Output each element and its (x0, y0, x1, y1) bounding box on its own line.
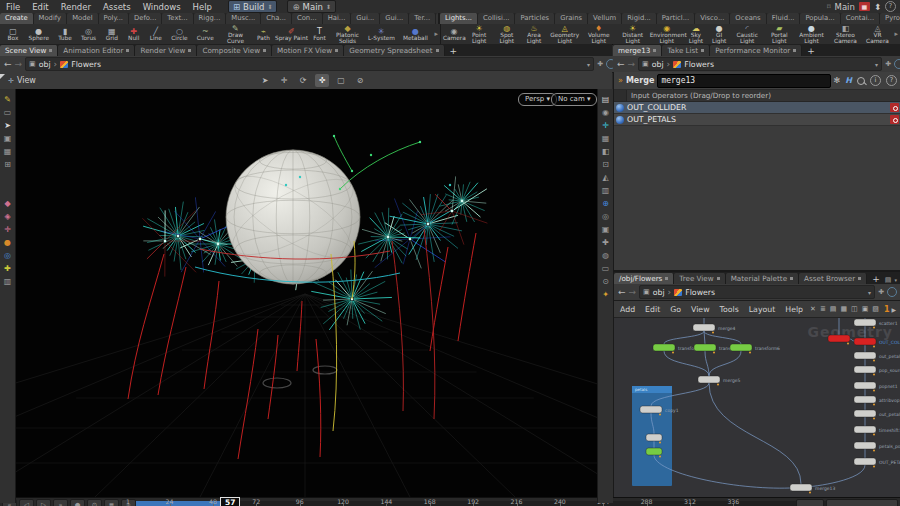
shelf-tool-vr-camera[interactable]: ◬VR Camera (862, 24, 892, 44)
tab-composite-view[interactable]: Composite View (197, 45, 272, 56)
shelf-tool-sky-light[interactable]: ☁Sky Light (684, 24, 708, 44)
path-root[interactable]: obj (653, 288, 665, 297)
shelf-tab-pyro-fx[interactable]: Pyro FX (880, 13, 900, 24)
shelf-tab-create[interactable]: Create (0, 13, 34, 24)
snap-icon[interactable]: ⊞ (4, 160, 11, 169)
circle-view-icon[interactable]: ⊙ (602, 277, 609, 286)
tab-tree-view[interactable]: Tree View (674, 273, 725, 284)
path-root[interactable]: obj (652, 60, 664, 69)
tab-geometry-spreadsheet[interactable]: Geometry Spreadsheet (344, 45, 444, 56)
shelf-tool-font[interactable]: TFont (308, 27, 330, 42)
shelf-tab-particles[interactable]: Particles (515, 13, 555, 24)
shelf-tab-cha[interactable]: Cha... (261, 13, 292, 24)
net-toolbar-icon-2[interactable]: ▤ (829, 305, 838, 313)
scene-selector[interactable]: ⊕ Main ⬍ (287, 0, 335, 13)
link-circle-icon[interactable] (887, 287, 897, 297)
shelf-tab-oceans[interactable]: Oceans (730, 13, 766, 24)
back-arrow-icon[interactable]: ← (4, 59, 12, 69)
shelf-tab-model[interactable]: Model (67, 13, 98, 24)
no-op-tool-icon[interactable]: ⊘ (353, 74, 367, 87)
orange-sphere-icon[interactable]: ● (4, 238, 11, 247)
tab-close-icon[interactable] (701, 49, 704, 52)
shelf-tool-camera[interactable]: ◉Camera (443, 27, 465, 42)
new-pane-tab-button[interactable]: + (802, 45, 820, 56)
select-tool-icon[interactable]: ➤ (258, 74, 272, 87)
shelf-tool-gi-light[interactable]: ●GI Light (708, 24, 730, 44)
rows-icon[interactable]: ▥ (602, 186, 610, 195)
view-mode-icon[interactable]: ▤ (602, 95, 610, 104)
desktop-updown-icon[interactable]: ⬍ (267, 4, 272, 10)
shelf-tab-vellum[interactable]: Vellum (588, 13, 622, 24)
skeleton-icon[interactable]: ✛ (4, 225, 11, 234)
shelf-tab-fluid[interactable]: Fluid... (767, 13, 801, 24)
net-menu-help[interactable]: Help (781, 305, 807, 314)
divide-icon[interactable]: ▦ (4, 147, 12, 156)
tab-close-icon[interactable] (717, 277, 720, 280)
net-toolbar-icon-0[interactable]: ✕ (809, 305, 817, 313)
back-arrow-icon[interactable]: ← (618, 287, 626, 297)
shelf-overflow-arrow[interactable]: ▸ (432, 30, 440, 38)
shelf-tool-geometry-light[interactable]: ◬Geometry Light (548, 24, 582, 44)
tab-scene-view[interactable]: Scene View (0, 45, 58, 56)
shelf-tool-area-light[interactable]: ♨Area Light (520, 24, 547, 44)
menu-windows[interactable]: Windows (137, 2, 187, 12)
menu-help[interactable]: Help (187, 2, 218, 12)
ring-view-icon[interactable]: ◎ (602, 212, 609, 221)
move-tool-icon[interactable]: ✜ (315, 74, 329, 87)
transport-button-1[interactable]: ◁ (19, 499, 34, 506)
input-operator-row[interactable]: OUT_PETALS (614, 114, 900, 126)
path-node[interactable]: Flowers (685, 288, 715, 297)
shelf-tool-point-light[interactable]: ☀Point Light (465, 24, 493, 44)
houdini-help-icon[interactable]: H (845, 76, 852, 85)
forward-arrow-icon[interactable]: → (629, 287, 637, 297)
tab-close-icon[interactable] (188, 49, 191, 52)
shelf-tool-environment-light[interactable]: ◉Environment Light (650, 24, 684, 44)
two-pane-icon[interactable]: ◧ (602, 147, 610, 156)
pin-icon[interactable]: ✚ (597, 60, 603, 68)
select-icon[interactable]: ➤ (4, 121, 11, 130)
add-view-icon[interactable]: ⊕ (602, 199, 609, 208)
scene-right-updown-icon[interactable]: ⬍ (874, 2, 881, 12)
tab-take-list[interactable]: Take List (662, 45, 710, 56)
net-menu-view[interactable]: View (687, 305, 714, 314)
link-circle-icon[interactable] (894, 59, 900, 69)
gray-panel-icon[interactable]: ▥ (4, 277, 12, 286)
shelf-tool-sphere[interactable]: ●Sphere (24, 27, 54, 42)
shelf-tab-rigid[interactable]: Rigid... (622, 13, 657, 24)
shelf-tool-draw-curve[interactable]: ✎Draw Curve (218, 24, 252, 44)
tab-asset-browser[interactable]: Asset Browser (799, 273, 867, 284)
tab-merge13[interactable]: merge13 (613, 45, 662, 56)
shelf-tab-musc[interactable]: Musc... (226, 13, 261, 24)
transport-button-5[interactable]: ⊙ (87, 499, 102, 506)
shelf-tab-defo[interactable]: Defo... (129, 13, 162, 24)
shelf-tool-spot-light[interactable]: ◍Spot Light (493, 24, 520, 44)
tab-material-palette[interactable]: Material Palette (726, 273, 799, 284)
tab-close-icon[interactable] (858, 277, 861, 280)
net-menu-edit[interactable]: Edit (641, 305, 664, 314)
tab-motion-fx-view[interactable]: Motion FX View (272, 45, 344, 56)
shelf-tab-con[interactable]: Con... (292, 13, 323, 24)
character-icon[interactable]: ◈ (4, 212, 10, 221)
playbar-options-button[interactable] (796, 499, 824, 506)
menu-assets[interactable]: Assets (97, 2, 137, 12)
menu-edit[interactable]: Edit (26, 2, 54, 12)
frame-range-field[interactable] (826, 499, 898, 506)
shelf-tool-portal-light[interactable]: ▰Portal Light (764, 24, 794, 44)
shade-mode-icon[interactable]: ◉ (602, 108, 609, 117)
search-icon[interactable] (857, 77, 865, 85)
brush-icon[interactable]: ▭ (4, 108, 12, 117)
shelf-tab-gui[interactable]: Gui... (351, 13, 380, 24)
shelf-tool-spray-paint[interactable]: ✐Spray Paint (274, 27, 308, 42)
menu-render[interactable]: Render (55, 2, 97, 12)
input-operator-row[interactable]: OUT_COLLIDER (614, 102, 900, 114)
path-node[interactable]: Flowers (684, 60, 714, 69)
pane-corner-icon[interactable] (0, 74, 5, 79)
tab-animation-editor[interactable]: Animation Editor (58, 45, 135, 56)
pin-icon[interactable]: ✚ (885, 60, 891, 68)
scene-right-label[interactable]: Main (835, 2, 855, 12)
shelf-tab-poly[interactable]: Poly... (99, 13, 129, 24)
snap-grid-icon[interactable]: ✛ (602, 121, 609, 130)
shelf-tool-box[interactable]: ▢Box (2, 27, 24, 42)
network-canvas[interactable]: petalsmerge4transform4transform5transfor… (614, 318, 900, 499)
rotate-tool-icon[interactable]: ⟳ (296, 74, 310, 87)
